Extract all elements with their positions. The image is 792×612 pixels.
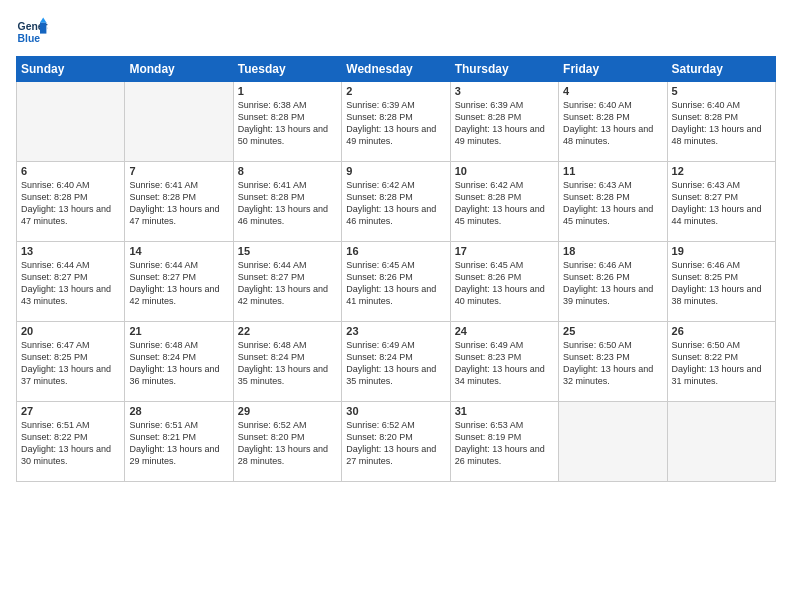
day-number: 31 — [455, 405, 554, 417]
day-info: Sunrise: 6:41 AMSunset: 8:28 PMDaylight:… — [238, 179, 337, 228]
day-info: Sunrise: 6:45 AMSunset: 8:26 PMDaylight:… — [455, 259, 554, 308]
day-number: 30 — [346, 405, 445, 417]
day-number: 14 — [129, 245, 228, 257]
day-number: 29 — [238, 405, 337, 417]
day-info: Sunrise: 6:48 AMSunset: 8:24 PMDaylight:… — [238, 339, 337, 388]
day-number: 27 — [21, 405, 120, 417]
calendar-cell: 31Sunrise: 6:53 AMSunset: 8:19 PMDayligh… — [450, 402, 558, 482]
day-number: 17 — [455, 245, 554, 257]
day-number: 8 — [238, 165, 337, 177]
day-number: 16 — [346, 245, 445, 257]
day-info: Sunrise: 6:44 AMSunset: 8:27 PMDaylight:… — [238, 259, 337, 308]
weekday-header-tuesday: Tuesday — [233, 57, 341, 82]
day-info: Sunrise: 6:53 AMSunset: 8:19 PMDaylight:… — [455, 419, 554, 468]
day-info: Sunrise: 6:51 AMSunset: 8:21 PMDaylight:… — [129, 419, 228, 468]
calendar-cell: 30Sunrise: 6:52 AMSunset: 8:20 PMDayligh… — [342, 402, 450, 482]
day-info: Sunrise: 6:47 AMSunset: 8:25 PMDaylight:… — [21, 339, 120, 388]
day-info: Sunrise: 6:51 AMSunset: 8:22 PMDaylight:… — [21, 419, 120, 468]
calendar-cell: 14Sunrise: 6:44 AMSunset: 8:27 PMDayligh… — [125, 242, 233, 322]
calendar-cell: 22Sunrise: 6:48 AMSunset: 8:24 PMDayligh… — [233, 322, 341, 402]
day-number: 18 — [563, 245, 662, 257]
calendar-cell — [125, 82, 233, 162]
calendar-cell: 4Sunrise: 6:40 AMSunset: 8:28 PMDaylight… — [559, 82, 667, 162]
weekday-header-saturday: Saturday — [667, 57, 775, 82]
calendar-cell: 7Sunrise: 6:41 AMSunset: 8:28 PMDaylight… — [125, 162, 233, 242]
page-container: General Blue SundayMondayTuesdayWednesda… — [0, 0, 792, 492]
week-row-1: 1Sunrise: 6:38 AMSunset: 8:28 PMDaylight… — [17, 82, 776, 162]
calendar-cell: 5Sunrise: 6:40 AMSunset: 8:28 PMDaylight… — [667, 82, 775, 162]
weekday-header-sunday: Sunday — [17, 57, 125, 82]
day-info: Sunrise: 6:52 AMSunset: 8:20 PMDaylight:… — [238, 419, 337, 468]
day-number: 26 — [672, 325, 771, 337]
day-info: Sunrise: 6:39 AMSunset: 8:28 PMDaylight:… — [455, 99, 554, 148]
calendar-cell: 11Sunrise: 6:43 AMSunset: 8:28 PMDayligh… — [559, 162, 667, 242]
weekday-header-friday: Friday — [559, 57, 667, 82]
calendar-cell: 1Sunrise: 6:38 AMSunset: 8:28 PMDaylight… — [233, 82, 341, 162]
day-number: 23 — [346, 325, 445, 337]
day-info: Sunrise: 6:52 AMSunset: 8:20 PMDaylight:… — [346, 419, 445, 468]
logo-icon: General Blue — [16, 16, 48, 48]
week-row-2: 6Sunrise: 6:40 AMSunset: 8:28 PMDaylight… — [17, 162, 776, 242]
day-number: 2 — [346, 85, 445, 97]
calendar-cell: 2Sunrise: 6:39 AMSunset: 8:28 PMDaylight… — [342, 82, 450, 162]
calendar-cell: 16Sunrise: 6:45 AMSunset: 8:26 PMDayligh… — [342, 242, 450, 322]
logo: General Blue — [16, 16, 48, 48]
calendar-cell: 28Sunrise: 6:51 AMSunset: 8:21 PMDayligh… — [125, 402, 233, 482]
calendar-cell: 21Sunrise: 6:48 AMSunset: 8:24 PMDayligh… — [125, 322, 233, 402]
day-number: 20 — [21, 325, 120, 337]
svg-marker-2 — [40, 22, 46, 33]
day-number: 3 — [455, 85, 554, 97]
calendar-cell — [667, 402, 775, 482]
day-number: 11 — [563, 165, 662, 177]
calendar-cell: 6Sunrise: 6:40 AMSunset: 8:28 PMDaylight… — [17, 162, 125, 242]
day-number: 28 — [129, 405, 228, 417]
day-info: Sunrise: 6:41 AMSunset: 8:28 PMDaylight:… — [129, 179, 228, 228]
calendar-cell: 24Sunrise: 6:49 AMSunset: 8:23 PMDayligh… — [450, 322, 558, 402]
day-number: 5 — [672, 85, 771, 97]
day-info: Sunrise: 6:49 AMSunset: 8:23 PMDaylight:… — [455, 339, 554, 388]
day-number: 10 — [455, 165, 554, 177]
calendar-cell: 13Sunrise: 6:44 AMSunset: 8:27 PMDayligh… — [17, 242, 125, 322]
day-info: Sunrise: 6:50 AMSunset: 8:23 PMDaylight:… — [563, 339, 662, 388]
day-info: Sunrise: 6:45 AMSunset: 8:26 PMDaylight:… — [346, 259, 445, 308]
day-number: 4 — [563, 85, 662, 97]
calendar-cell: 23Sunrise: 6:49 AMSunset: 8:24 PMDayligh… — [342, 322, 450, 402]
calendar-cell: 25Sunrise: 6:50 AMSunset: 8:23 PMDayligh… — [559, 322, 667, 402]
day-info: Sunrise: 6:46 AMSunset: 8:25 PMDaylight:… — [672, 259, 771, 308]
weekday-header-thursday: Thursday — [450, 57, 558, 82]
day-info: Sunrise: 6:50 AMSunset: 8:22 PMDaylight:… — [672, 339, 771, 388]
day-info: Sunrise: 6:40 AMSunset: 8:28 PMDaylight:… — [563, 99, 662, 148]
calendar-cell — [17, 82, 125, 162]
calendar-cell: 18Sunrise: 6:46 AMSunset: 8:26 PMDayligh… — [559, 242, 667, 322]
svg-marker-3 — [40, 18, 46, 23]
calendar-cell: 19Sunrise: 6:46 AMSunset: 8:25 PMDayligh… — [667, 242, 775, 322]
day-info: Sunrise: 6:40 AMSunset: 8:28 PMDaylight:… — [21, 179, 120, 228]
calendar-cell: 9Sunrise: 6:42 AMSunset: 8:28 PMDaylight… — [342, 162, 450, 242]
day-info: Sunrise: 6:49 AMSunset: 8:24 PMDaylight:… — [346, 339, 445, 388]
week-row-3: 13Sunrise: 6:44 AMSunset: 8:27 PMDayligh… — [17, 242, 776, 322]
weekday-header-monday: Monday — [125, 57, 233, 82]
day-info: Sunrise: 6:48 AMSunset: 8:24 PMDaylight:… — [129, 339, 228, 388]
calendar-cell: 20Sunrise: 6:47 AMSunset: 8:25 PMDayligh… — [17, 322, 125, 402]
calendar-cell: 17Sunrise: 6:45 AMSunset: 8:26 PMDayligh… — [450, 242, 558, 322]
week-row-5: 27Sunrise: 6:51 AMSunset: 8:22 PMDayligh… — [17, 402, 776, 482]
calendar-cell — [559, 402, 667, 482]
day-info: Sunrise: 6:42 AMSunset: 8:28 PMDaylight:… — [346, 179, 445, 228]
calendar-cell: 3Sunrise: 6:39 AMSunset: 8:28 PMDaylight… — [450, 82, 558, 162]
day-info: Sunrise: 6:40 AMSunset: 8:28 PMDaylight:… — [672, 99, 771, 148]
day-info: Sunrise: 6:43 AMSunset: 8:27 PMDaylight:… — [672, 179, 771, 228]
week-row-4: 20Sunrise: 6:47 AMSunset: 8:25 PMDayligh… — [17, 322, 776, 402]
day-number: 7 — [129, 165, 228, 177]
day-info: Sunrise: 6:44 AMSunset: 8:27 PMDaylight:… — [129, 259, 228, 308]
calendar-cell: 26Sunrise: 6:50 AMSunset: 8:22 PMDayligh… — [667, 322, 775, 402]
weekday-header-row: SundayMondayTuesdayWednesdayThursdayFrid… — [17, 57, 776, 82]
day-number: 9 — [346, 165, 445, 177]
day-info: Sunrise: 6:43 AMSunset: 8:28 PMDaylight:… — [563, 179, 662, 228]
day-number: 15 — [238, 245, 337, 257]
calendar-cell: 29Sunrise: 6:52 AMSunset: 8:20 PMDayligh… — [233, 402, 341, 482]
day-number: 13 — [21, 245, 120, 257]
calendar-cell: 12Sunrise: 6:43 AMSunset: 8:27 PMDayligh… — [667, 162, 775, 242]
day-info: Sunrise: 6:38 AMSunset: 8:28 PMDaylight:… — [238, 99, 337, 148]
calendar-cell: 27Sunrise: 6:51 AMSunset: 8:22 PMDayligh… — [17, 402, 125, 482]
day-number: 12 — [672, 165, 771, 177]
